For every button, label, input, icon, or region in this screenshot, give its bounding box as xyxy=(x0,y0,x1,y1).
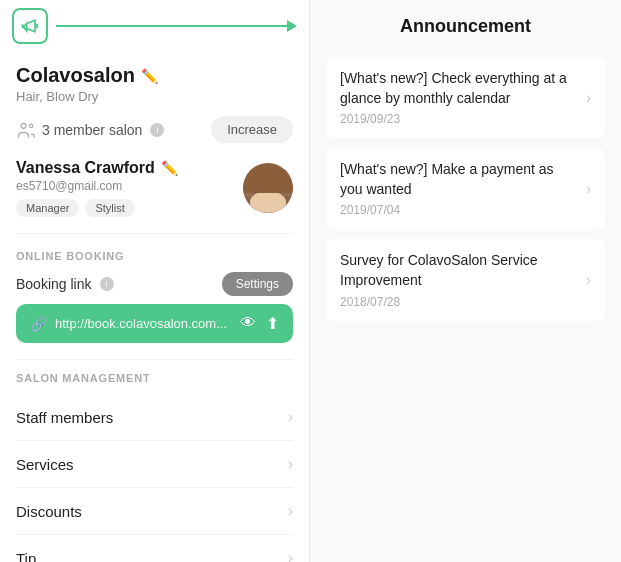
announcement-content-0: [What's new?] Check everything at a glan… xyxy=(340,69,576,126)
announcement-content-2: Survey for ColavoSalon Service Improveme… xyxy=(340,251,576,308)
booking-link-label: Booking link xyxy=(16,276,92,292)
chevron-discounts: › xyxy=(288,502,293,520)
booking-row: Booking link i Settings xyxy=(16,272,293,296)
main-content: Colavosalon ✏️ Hair, Blow Dry 3 member s… xyxy=(0,52,309,562)
increase-button[interactable]: Increase xyxy=(211,116,293,143)
share-icon[interactable]: ⬆ xyxy=(266,314,279,333)
svg-point-1 xyxy=(29,124,32,127)
member-row: 3 member salon i Increase xyxy=(16,116,293,143)
announcement-title: Announcement xyxy=(326,16,605,37)
menu-item-services[interactable]: Services › xyxy=(16,441,293,488)
menu-tip-label: Tip xyxy=(16,550,36,563)
staff-edit-icon[interactable]: ✏️ xyxy=(161,160,178,176)
management-section: SALON MANAGEMENT Staff members › Service… xyxy=(16,359,293,562)
staff-email: es5710@gmail.com xyxy=(16,179,233,193)
avatar-hair xyxy=(243,163,293,193)
member-left: 3 member salon i xyxy=(16,120,164,140)
settings-button[interactable]: Settings xyxy=(222,272,293,296)
chevron-services: › xyxy=(288,455,293,473)
svg-point-0 xyxy=(21,123,26,128)
booking-link-text: http://book.colavosalon.com... xyxy=(55,316,232,331)
announcement-chevron-0: › xyxy=(586,89,591,107)
avatar-image xyxy=(243,163,293,213)
left-panel: Colavosalon ✏️ Hair, Blow Dry 3 member s… xyxy=(0,0,310,562)
announcement-text-1: [What's new?] Make a payment as you want… xyxy=(340,160,576,199)
top-bar xyxy=(0,0,309,52)
salon-edit-icon[interactable]: ✏️ xyxy=(141,68,158,84)
link-actions: 👁 ⬆ xyxy=(240,314,279,333)
avatar xyxy=(243,163,293,213)
salon-management-label: SALON MANAGEMENT xyxy=(16,372,293,384)
announcement-text-2: Survey for ColavoSalon Service Improveme… xyxy=(340,251,576,290)
announcement-chevron-1: › xyxy=(586,180,591,198)
member-count: 3 member salon xyxy=(42,122,142,138)
booking-info-icon[interactable]: i xyxy=(100,277,114,291)
announcement-date-1: 2019/07/04 xyxy=(340,203,576,217)
chevron-staff: › xyxy=(288,408,293,426)
staff-name: Vanessa Crawford xyxy=(16,159,155,177)
booking-link-bar[interactable]: 🔗 http://book.colavosalon.com... 👁 ⬆ xyxy=(16,304,293,343)
salon-type: Hair, Blow Dry xyxy=(16,89,293,104)
announcement-date-2: 2018/07/28 xyxy=(340,295,576,309)
staff-info: Vanessa Crawford ✏️ es5710@gmail.com Man… xyxy=(16,159,233,217)
megaphone-button[interactable] xyxy=(12,8,48,44)
salon-name: Colavosalon xyxy=(16,64,135,87)
announcement-item-2[interactable]: Survey for ColavoSalon Service Improveme… xyxy=(326,239,605,320)
tag-manager: Manager xyxy=(16,199,79,217)
salon-name-row: Colavosalon ✏️ xyxy=(16,64,293,87)
tag-stylist: Stylist xyxy=(85,199,134,217)
members-icon xyxy=(16,120,36,140)
eye-icon[interactable]: 👁 xyxy=(240,314,256,333)
menu-services-label: Services xyxy=(16,456,74,473)
menu-staff-label: Staff members xyxy=(16,409,113,426)
link-icon: 🔗 xyxy=(30,316,47,332)
announcement-content-1: [What's new?] Make a payment as you want… xyxy=(340,160,576,217)
menu-item-discounts[interactable]: Discounts › xyxy=(16,488,293,535)
announcement-date-0: 2019/09/23 xyxy=(340,112,576,126)
announcement-text-0: [What's new?] Check everything at a glan… xyxy=(340,69,576,108)
staff-card: Vanessa Crawford ✏️ es5710@gmail.com Man… xyxy=(16,159,293,234)
info-icon[interactable]: i xyxy=(150,123,164,137)
right-panel: Announcement [What's new?] Check everyth… xyxy=(310,0,621,562)
announcement-chevron-2: › xyxy=(586,271,591,289)
staff-tags: Manager Stylist xyxy=(16,199,233,217)
booking-left: Booking link i xyxy=(16,276,114,292)
menu-item-tip[interactable]: Tip › xyxy=(16,535,293,562)
chevron-tip: › xyxy=(288,549,293,562)
online-booking-label: ONLINE BOOKING xyxy=(16,250,293,262)
menu-item-staff[interactable]: Staff members › xyxy=(16,394,293,441)
staff-name-row: Vanessa Crawford ✏️ xyxy=(16,159,233,177)
menu-discounts-label: Discounts xyxy=(16,503,82,520)
announcement-item-1[interactable]: [What's new?] Make a payment as you want… xyxy=(326,148,605,229)
arrow-connector xyxy=(56,20,297,32)
announcement-item-0[interactable]: [What's new?] Check everything at a glan… xyxy=(326,57,605,138)
